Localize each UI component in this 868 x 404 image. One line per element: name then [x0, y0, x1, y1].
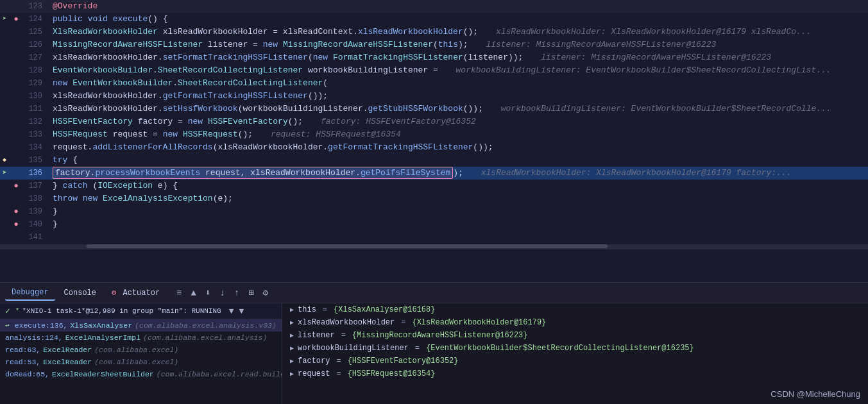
gutter-124: ➤ ● 124 — [0, 13, 47, 26]
code-indent: } — [53, 219, 58, 229]
stack-frame-execute[interactable]: ↩ execute:136, XlsSaxAnalyser (com.aliba… — [0, 319, 282, 332]
code-text: ()); — [473, 142, 493, 152]
method-setformat: setFormatTrackingHSSFListener — [163, 53, 308, 62]
type-missing2: MissingRecordAwareHSSFListener — [283, 40, 433, 49]
gutter-141: 141 — [0, 231, 47, 244]
frame-class-read63: ExcelReader — [43, 346, 92, 354]
debug-val-126: listener: MissingRecordAwareHSSFListener… — [486, 40, 716, 49]
no-icon-139 — [0, 207, 9, 216]
tab-debugger[interactable]: Debugger — [5, 285, 55, 301]
stack-frame-analysis[interactable]: analysis:124, ExcelAnalyserImpl (com.ali… — [0, 332, 282, 344]
type-sheet: SheetRecordCollectingListener — [158, 65, 303, 75]
code-content-138: throw new ExcelAnalysisException(e); — [47, 192, 868, 205]
tab-debugger-label: Debugger — [12, 288, 49, 297]
kw-public: public — [53, 14, 83, 24]
breakpoint-icon-124[interactable]: ● — [12, 15, 21, 24]
stack-frame-read53[interactable]: read:53, ExcelReader (com.alibaba.excel) — [0, 356, 282, 368]
tab-actuator[interactable]: ⚙ Actuator — [105, 285, 166, 300]
expand-factory[interactable]: ▶ — [290, 357, 294, 365]
tab-console[interactable]: Console — [58, 286, 103, 300]
type-event: EventWorkbookBuilder — [53, 65, 153, 75]
horizontal-scrollbar[interactable] — [0, 244, 868, 249]
expand-xlsread[interactable]: ▶ — [290, 319, 294, 326]
filter-btn[interactable]: ≡ — [174, 287, 184, 299]
stack-frame-doread[interactable]: doRead:65, ExcelReaderSheetBuilder (com.… — [0, 368, 282, 380]
code-text: e) { — [153, 181, 178, 190]
step-out-btn[interactable]: ↑ — [232, 287, 242, 299]
code-line-123: 123 @Override — [0, 0, 868, 13]
selected-expression: factory.processWorkbookEvents request, x… — [53, 167, 453, 179]
var-this[interactable]: ▶ this = {XlsSaxAnalyser@16168} — [282, 303, 868, 316]
code-text: ()); — [308, 91, 328, 101]
no-icon-134 — [0, 143, 9, 152]
thread-name: *XNIO-1 task-1*@12,989 in group "main": … — [22, 307, 221, 315]
code-text: request, xlsReadWorkbookHolder. — [200, 168, 361, 178]
code-text: (workbookBuildingListener. — [238, 104, 368, 114]
debug-val-131: workbookBuildingListener: EventWorkbookB… — [501, 104, 831, 114]
no-bp-131 — [12, 105, 21, 114]
kw-new4: new — [188, 117, 203, 126]
expand-listener[interactable]: ▶ — [290, 332, 294, 339]
code-indent: request. — [53, 142, 92, 152]
var-eq-workbookbuilding: = — [415, 344, 420, 353]
annotation-override: @Override — [53, 1, 98, 11]
var-workbookbuilding[interactable]: ▶ workbookBuildingListener = {EventWorkb… — [282, 342, 868, 355]
settings-btn[interactable]: ⚙ — [260, 286, 271, 299]
var-eq-listener: = — [341, 331, 346, 340]
line-num-141: 141 — [23, 231, 42, 244]
breakpoint-icon-139[interactable]: ● — [12, 207, 21, 216]
step-over-btn[interactable]: ⬇ — [203, 286, 213, 299]
method-addlistener: addListenerForAllRecords — [92, 142, 212, 152]
method-getformat: getFormatTrackingHSSFListener — [163, 91, 308, 101]
breakpoint-icon-140[interactable]: ● — [12, 220, 21, 229]
no-bp-135 — [12, 156, 21, 165]
type-event2: EventWorkbookBuilder — [72, 78, 173, 88]
code-line-140: ● 140 } — [0, 218, 868, 231]
code-content-139: } — [47, 205, 868, 218]
filter-icon[interactable]: ▼ — [229, 307, 234, 316]
debug-val-132: factory: HSSFEventFactory@16352 — [321, 117, 476, 126]
frame-class-analysis: ExcelAnalyserImpl — [65, 333, 140, 342]
stack-frame-read63[interactable]: read:63, ExcelReader (com.alibaba.excel) — [0, 344, 282, 356]
dropdown-icon[interactable]: ▼ — [239, 307, 244, 316]
gutter-123: 123 — [0, 0, 47, 13]
resume-btn[interactable]: ▲ — [188, 287, 198, 299]
no-icon-141 — [0, 233, 9, 242]
var-eq-xlsread: = — [401, 318, 405, 327]
code-text: . — [173, 78, 178, 88]
code-line-139: ● 139 } — [0, 205, 868, 218]
code-content-135: try { — [47, 154, 868, 167]
debug-val-133: request: HSSFRequest@16354 — [271, 130, 401, 139]
var-name-request: request — [298, 369, 330, 378]
frames-btn[interactable]: ⊞ — [246, 286, 256, 299]
line-num-134: 134 — [23, 141, 42, 154]
expand-this[interactable]: ▶ — [290, 306, 294, 314]
var-request[interactable]: ▶ request = {HSSFRequest@16354} — [282, 367, 868, 380]
expand-request[interactable]: ▶ — [290, 370, 294, 378]
no-icon-126 — [0, 40, 9, 49]
line-num-128: 128 — [23, 64, 42, 77]
code-text: ( — [308, 53, 313, 62]
no-icon-140 — [0, 220, 9, 229]
no-bp-129 — [12, 79, 21, 88]
var-eq-this: = — [323, 305, 327, 314]
code-line-134: 134 request.addListenerForAllRecords(xls… — [0, 141, 868, 154]
gutter-135: ◆ 135 — [0, 154, 47, 167]
gutter-139: ● 139 — [0, 205, 47, 218]
var-xlsread[interactable]: ▶ xlsReadWorkbookHolder = {XlsReadWorkbo… — [282, 316, 868, 329]
var-factory[interactable]: ▶ factory = {HSSFEventFactory@16352} — [282, 355, 868, 367]
step-into-btn[interactable]: ↓ — [217, 287, 227, 299]
var-listener[interactable]: ▶ listener = {MissingRecordAwareHSSFList… — [282, 329, 868, 342]
debugger-tabs: Debugger Console ⚙ Actuator ≡ ▲ ⬇ ↓ ↑ ⊞ … — [0, 283, 868, 303]
gutter-134: 134 — [0, 141, 47, 154]
breakpoint-icon-137[interactable]: ● — [12, 181, 21, 190]
gutter-126: 126 — [0, 38, 47, 51]
no-icon-133 — [0, 130, 9, 139]
no-icon-131 — [0, 105, 9, 114]
frame-method-read53: read:53, — [5, 358, 40, 366]
code-line-130: 130 xlsReadWorkbookHolder.getFormatTrack… — [0, 90, 868, 103]
no-icon-125 — [0, 28, 9, 37]
var-name-workbookbuilding: workbookBuildingListener — [298, 344, 409, 353]
no-bp-136 — [12, 169, 21, 178]
expand-workbookbuilding[interactable]: ▶ — [290, 344, 294, 352]
